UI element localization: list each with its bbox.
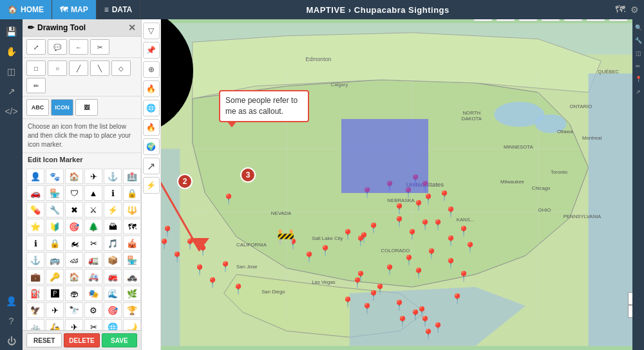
pin-gold-10[interactable]: 📍: [419, 315, 431, 327]
pin-green-9[interactable]: 📍: [444, 235, 457, 247]
back-tool[interactable]: ←: [69, 39, 88, 55]
settings-icon[interactable]: ⚙: [630, 5, 639, 15]
pin-gold-3[interactable]: 📍: [357, 232, 370, 244]
heatmap-tool[interactable]: 🔥: [143, 80, 160, 97]
pin-gold-17[interactable]: 📍: [464, 241, 477, 253]
scissors-tool[interactable]: ✂: [90, 39, 109, 55]
icon-tree[interactable]: 🌲: [84, 219, 102, 234]
pin-gold-15[interactable]: 📍: [457, 270, 470, 282]
icon-anchor[interactable]: ⚓: [104, 169, 122, 184]
icon-info[interactable]: ℹ: [104, 185, 122, 201]
pin-red-13[interactable]: 📍: [393, 299, 406, 311]
sidebar-code[interactable]: </>: [3, 102, 21, 120]
right-expand-icon[interactable]: ↗: [633, 87, 643, 97]
pin-gold-16[interactable]: 📍: [457, 225, 470, 237]
icon-lock2[interactable]: 🔒: [46, 235, 64, 251]
map-nav-icon[interactable]: 🗺: [615, 4, 625, 15]
pin-green-6[interactable]: 📍: [383, 264, 396, 276]
icon-lightning[interactable]: ⚡: [104, 202, 122, 217]
pin-gold-8[interactable]: 📍: [412, 267, 425, 279]
pin-red-9[interactable]: 📍: [438, 190, 451, 202]
pin-red-6[interactable]: 📍: [232, 283, 245, 295]
icon-map[interactable]: 🗺: [123, 219, 141, 234]
icon-scissors[interactable]: ✂: [84, 235, 102, 251]
pin-red-16[interactable]: 📍: [393, 203, 406, 215]
pin-gold-11[interactable]: 📍: [431, 322, 444, 334]
sidebar-power[interactable]: ⏻: [3, 332, 21, 350]
icon-hospital[interactable]: 🏥: [123, 169, 141, 184]
pin-red-2[interactable]: 📍: [171, 251, 184, 263]
pin-gold-14[interactable]: 📍: [444, 257, 457, 270]
icon-parking[interactable]: 🅿: [46, 286, 64, 301]
pin-green-8[interactable]: 📍: [425, 248, 438, 260]
icon-eagle[interactable]: 🦅: [26, 302, 44, 318]
ellipse-tool[interactable]: ○: [48, 60, 67, 76]
right-location-icon[interactable]: 📍: [633, 74, 643, 84]
pin-green-10[interactable]: 📍: [451, 293, 464, 305]
icon-trophy[interactable]: 🏆: [123, 302, 141, 318]
icon-wrench[interactable]: 🔧: [46, 202, 64, 217]
pin-red-10[interactable]: 📍: [419, 219, 431, 231]
icon-moto[interactable]: 🏍: [65, 235, 83, 251]
icon-truck[interactable]: 🚛: [84, 252, 102, 268]
icon-briefcase[interactable]: 💼: [26, 269, 44, 284]
pin-green-2[interactable]: 📍: [161, 225, 174, 237]
icon-person[interactable]: 👤: [26, 169, 44, 184]
right-tools-icon[interactable]: 🔧: [633, 35, 643, 46]
icon-police[interactable]: 🚓: [123, 269, 141, 284]
right-layers-icon[interactable]: ◫: [633, 48, 643, 59]
icon-stadium[interactable]: 🏟: [65, 286, 83, 301]
pin-blue-2[interactable]: 📍: [222, 193, 235, 205]
move-tool[interactable]: ⤢: [26, 39, 46, 55]
pin-green-7[interactable]: 📍: [402, 254, 415, 266]
fire-tool[interactable]: 🔥: [143, 119, 160, 136]
icon-ambulance[interactable]: 🚑: [84, 269, 102, 284]
rect-tool[interactable]: □: [26, 60, 46, 76]
diagonal-tool[interactable]: ╲: [90, 60, 109, 76]
icon-shield[interactable]: 🛡: [65, 185, 83, 201]
pin-red-3[interactable]: 📍: [193, 264, 206, 276]
pin-gold-6[interactable]: 📍: [351, 277, 364, 289]
image-type-btn[interactable]: 🖼: [75, 99, 98, 116]
sidebar-hand[interactable]: ✋: [3, 42, 21, 60]
right-search-icon[interactable]: 🔍: [633, 23, 643, 33]
pin-red-4[interactable]: 📍: [219, 261, 232, 273]
sidebar-export[interactable]: ↗: [3, 82, 21, 100]
icon-paw[interactable]: 🐾: [46, 169, 64, 184]
world-tool[interactable]: 🌍: [143, 138, 160, 155]
icon-anchor2[interactable]: ⚓: [26, 252, 44, 268]
icon-target[interactable]: 🎯: [65, 219, 83, 234]
pin-gold-1[interactable]: 📍: [319, 244, 332, 257]
icon-circus[interactable]: 🎪: [123, 235, 141, 251]
globe-tool[interactable]: 🌐: [143, 100, 160, 116]
sidebar-layers[interactable]: ◫: [3, 62, 21, 80]
icon-home[interactable]: 🏠: [65, 169, 83, 184]
pin-blue-12[interactable]: 📍: [444, 206, 457, 218]
callout-tool[interactable]: 💬: [48, 39, 67, 55]
sidebar-save[interactable]: 💾: [3, 23, 21, 41]
add-location-tool[interactable]: ⊕: [143, 61, 160, 78]
pin-blue-11[interactable]: 📍: [431, 219, 444, 231]
icon-key[interactable]: 🔑: [46, 269, 64, 284]
icon-racecar[interactable]: 🏎: [65, 252, 83, 268]
pin-green-5[interactable]: 📍: [396, 315, 409, 327]
icon-firetruck[interactable]: 🚒: [104, 269, 122, 284]
line-tool[interactable]: ╱: [69, 60, 88, 76]
text-type-btn[interactable]: ABC: [26, 99, 49, 116]
icon-mountain[interactable]: 🏔: [104, 219, 122, 234]
diamond-tool[interactable]: ◇: [111, 60, 131, 76]
icon-badge[interactable]: 🔰: [46, 219, 64, 234]
icon-plane[interactable]: ✈: [84, 169, 102, 184]
pin-gold-13[interactable]: 📍: [406, 228, 419, 241]
pin-red-5[interactable]: 📍: [206, 277, 219, 289]
data-button[interactable]: ≡ DATA: [97, 0, 141, 19]
map-button[interactable]: 🗺 MAP: [52, 0, 97, 19]
save-button[interactable]: SAVE: [102, 333, 137, 347]
icon-triangle[interactable]: ▲: [84, 185, 102, 201]
icon-shop[interactable]: 🏪: [123, 252, 141, 268]
pin-green-12[interactable]: 📍: [303, 251, 316, 263]
drawtool-close[interactable]: ✕: [128, 23, 136, 33]
delete-button[interactable]: DELETE: [64, 333, 99, 347]
icon-home2[interactable]: 🏠: [65, 269, 83, 284]
icon-medical[interactable]: 💊: [26, 202, 44, 217]
